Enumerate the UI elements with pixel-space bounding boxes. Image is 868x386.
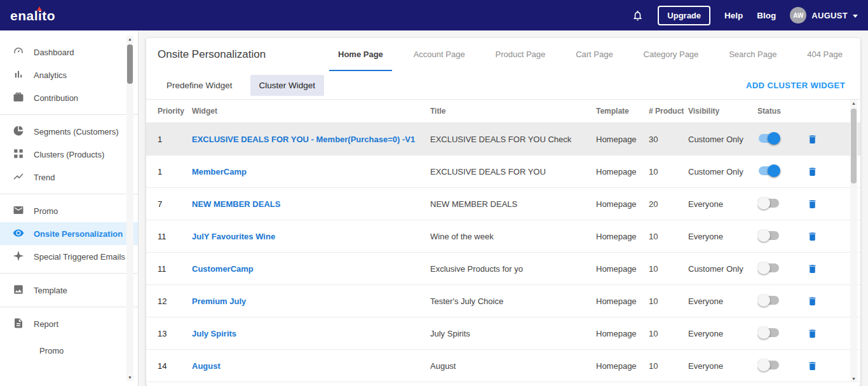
tab-404-page[interactable]: 404 Page [798,38,851,71]
column-header-priority: Priority [158,107,192,116]
sidebar-item-label: Promo [34,206,58,216]
row-product-count: 30 [649,135,688,144]
page-title: Onsite Personalization [158,48,266,61]
row-title: Tester's July Choice [430,296,596,306]
widget-link[interactable]: EXCLUSIVE DEALS FOR YOU - Member(Purchas… [192,135,415,144]
subtab-cluster-widget[interactable]: Cluster Widget [250,75,325,96]
content-card: Onsite Personalization Home PageAccount … [146,38,860,386]
user-menu[interactable]: AW AUGUST [790,7,858,23]
row-template-name: Homepage [596,296,649,306]
delete-icon[interactable] [807,296,837,307]
tab-home-page[interactable]: Home Page [329,38,392,71]
status-toggle[interactable] [757,164,780,177]
widget-link[interactable]: MemberCamp [192,167,247,176]
trend-icon [13,171,24,184]
tab-cart-page[interactable]: Cart Page [567,38,622,71]
widget-link[interactable]: JulY Favourites Wine [192,232,275,241]
status-toggle[interactable] [757,132,780,145]
status-toggle[interactable] [757,294,780,307]
logo-text: enalito [10,8,55,23]
delete-icon[interactable] [807,166,837,177]
upgrade-button[interactable]: Upgrade [658,6,710,25]
status-toggle[interactable] [757,262,780,274]
delete-icon[interactable] [807,199,837,210]
table-row: 7 NEW MEMBER DEALS NEW MEMBER DEALS Home… [146,188,860,220]
sidebar-item-dashboard[interactable]: Dashboard [0,41,138,63]
sidebar-item-label: Clusters (Products) [34,150,104,159]
sidebar-divider [0,114,138,115]
scroll-thumb[interactable] [127,44,133,84]
report-document-icon [13,317,24,331]
logo-accent-triangle [37,6,42,11]
sidebar-item-analytics[interactable]: Analytics [0,63,138,86]
row-title: July Spirits [430,329,596,338]
subtab-predefine-widget[interactable]: Predefine Widget [158,75,241,96]
toggle-knob [757,229,770,242]
row-visibility: Everyone [688,296,757,306]
delete-icon[interactable] [807,134,837,145]
delete-icon[interactable] [807,361,837,371]
sidebar-item-label: Contribution [34,93,78,103]
toggle-knob [757,197,770,210]
sidebar-item-clusters-products[interactable]: Clusters (Products) [0,143,138,166]
status-toggle[interactable] [757,326,780,339]
sidebar-item-trend[interactable]: Trend [0,166,138,189]
toggle-knob [768,164,780,177]
widget-link[interactable]: Premium July [192,296,246,306]
help-link[interactable]: Help [724,11,743,20]
row-title: EXCLUSIVE DEALS FOR YOU [430,167,596,176]
row-title: August [430,361,596,371]
template-image-icon [13,284,24,297]
row-priority: 12 [158,296,192,306]
scroll-up-arrow[interactable]: ▲ [850,100,857,107]
delete-icon[interactable] [807,328,837,339]
sidebar-item-onsite-personalization[interactable]: Onsite Personalization [0,222,138,245]
table-scrollbar[interactable]: ▲ ▼ [850,100,857,382]
status-toggle[interactable] [757,197,780,210]
delete-icon[interactable] [807,231,837,242]
table-row: 12 Premium July Tester's July Choice Hom… [146,285,860,317]
tab-account-page[interactable]: Account Page [405,38,474,71]
toggle-knob [757,326,770,339]
row-title: Exclusive Products for yo [430,264,596,274]
delete-icon[interactable] [807,263,837,274]
row-template-name: Homepage [596,232,649,241]
sidebar-item-label: Promo [39,346,64,356]
sidebar-item-special-triggered-emails[interactable]: Special Triggered Emails [0,245,138,268]
row-title: Wine of the week [430,232,596,241]
tab-category-page[interactable]: Category Page [635,38,708,71]
topbar-actions: Upgrade Help Blog AW AUGUST [632,6,858,25]
status-toggle[interactable] [757,229,780,242]
scroll-down-arrow[interactable]: ▼ [850,375,857,382]
sidebar-item-promo[interactable]: Promo [0,199,138,222]
username: AUGUST [811,11,848,20]
scroll-up-arrow[interactable]: ▲ [126,36,133,43]
dashboard-icon [13,46,24,59]
sidebar-divider [0,307,138,307]
table-body: 1 EXCLUSIVE DEALS FOR YOU - Member(Purch… [146,123,860,382]
tab-product-page[interactable]: Product Page [487,38,555,71]
status-toggle[interactable] [757,359,780,371]
widget-link[interactable]: July Spirits [192,329,236,338]
add-cluster-widget-button[interactable]: ADD CLUSTER WIDGET [746,81,845,90]
widget-link[interactable]: August [192,361,220,371]
sidebar-subitem-promo[interactable]: Promo [0,339,138,362]
sidebar-item-segments-customers[interactable]: Segments (Customers) [0,120,138,143]
widget-link[interactable]: CustomerCamp [192,264,254,274]
sidebar-item-report[interactable]: Report [0,312,138,335]
blog-link[interactable]: Blog [757,11,776,20]
row-template-name: Homepage [596,167,649,176]
sidebar-item-contribution[interactable]: Contribution [0,86,138,109]
table-row: 11 JulY Favourites Wine Wine of the week… [146,220,860,253]
sidebar-scrollbar[interactable]: ▲ ▼ [126,36,133,381]
tab-search-page[interactable]: Search Page [720,38,785,71]
scroll-down-arrow[interactable]: ▼ [126,374,133,381]
notification-bell-icon[interactable] [632,10,644,22]
scroll-thumb[interactable] [851,109,857,183]
row-priority: 11 [158,232,192,241]
widget-link[interactable]: NEW MEMBER DEALS [192,199,280,209]
sidebar-item-template[interactable]: Template [0,279,138,302]
topbar: enalito Upgrade Help Blog AW AUGUST [0,0,868,30]
sidebar-item-label: Onsite Personalization [34,229,123,239]
sidebar-item-label: Report [34,319,58,329]
